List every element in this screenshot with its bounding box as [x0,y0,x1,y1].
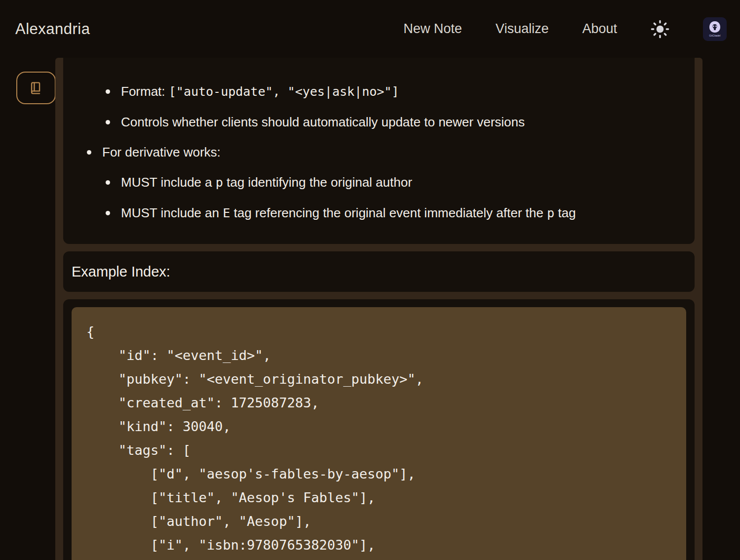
bullet-icon [106,89,110,94]
nav-visualize[interactable]: Visualize [496,21,549,37]
list-item-text: MUST include an E tag referencing the or… [121,204,576,222]
list-item: Format: ["auto-update", "<yes|ask|no>"] [75,83,683,100]
bullet-icon [106,211,110,215]
main-nav: New Note Visualize About [403,17,727,41]
example-index-label: Example Index: [63,251,695,292]
toc-toggle-button[interactable] [16,72,56,104]
bullet-icon [87,150,91,155]
list-item-text: Format: ["auto-update", "<yes|ask|no>"] [121,83,399,100]
code-card: { "id": "<event_id>", "pubkey": "<event_… [63,299,695,560]
doc-bullet-list: Format: ["auto-update", "<yes|ask|no>"]C… [75,83,683,222]
content-area: Format: ["auto-update", "<yes|ask|no>"]C… [55,58,702,560]
book-icon [28,80,44,96]
list-item: For derivative works: [75,144,683,160]
list-item: MUST include a p tag identifying the ori… [75,174,683,191]
json-code: { "id": "<event_id>", "pubkey": "<event_… [86,324,424,553]
sun-icon [651,20,669,39]
list-item-text: MUST include a p tag identifying the ori… [121,174,412,191]
svg-text:GitCitadel: GitCitadel [709,34,721,37]
nav-about[interactable]: About [582,21,617,37]
app-title[interactable]: Alexandria [15,20,90,38]
gitcitadel-logo[interactable]: GitCitadel [703,17,727,41]
example-index-card: Example Index: [63,251,695,292]
app-header: Alexandria New Note Visualize About [0,0,740,58]
list-item-text: Controls whether clients should automati… [121,114,525,130]
list-item: MUST include an E tag referencing the or… [75,204,683,222]
bullet-icon [106,120,110,124]
nav-new-note[interactable]: New Note [403,21,462,37]
json-code-block: { "id": "<event_id>", "pubkey": "<event_… [72,307,686,560]
list-item: Controls whether clients should automati… [75,114,683,130]
theme-toggle-button[interactable] [651,20,669,39]
bullet-icon [106,180,110,185]
list-item-text: For derivative works: [102,144,221,160]
doc-card: Format: ["auto-update", "<yes|ask|no>"]C… [63,58,695,244]
